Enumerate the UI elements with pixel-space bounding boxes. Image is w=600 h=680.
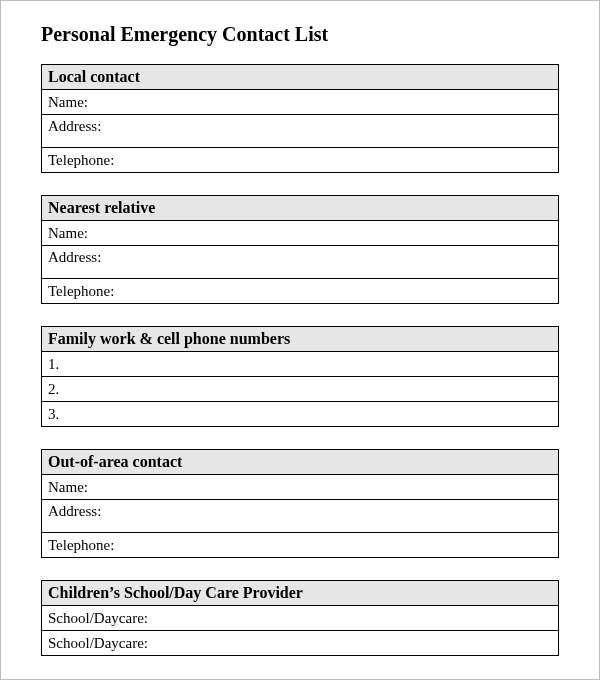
section-school-daycare: Children’s School/Day Care Provider Scho… [41, 580, 559, 656]
field-relative-address[interactable]: Address: [42, 246, 559, 279]
section-header-out-of-area: Out-of-area contact [42, 450, 559, 475]
section-nearest-relative: Nearest relative Name: Address: Telephon… [41, 195, 559, 304]
field-school-daycare-1[interactable]: School/Daycare: [42, 606, 559, 631]
field-local-telephone[interactable]: Telephone: [42, 148, 559, 173]
field-relative-name[interactable]: Name: [42, 221, 559, 246]
section-out-of-area: Out-of-area contact Name: Address: Telep… [41, 449, 559, 558]
field-relative-telephone[interactable]: Telephone: [42, 279, 559, 304]
section-header-family-phones: Family work & cell phone numbers [42, 327, 559, 352]
field-local-address[interactable]: Address: [42, 115, 559, 148]
field-family-phone-2[interactable]: 2. [42, 377, 559, 402]
section-header-school-daycare: Children’s School/Day Care Provider [42, 581, 559, 606]
field-family-phone-1[interactable]: 1. [42, 352, 559, 377]
section-header-local-contact: Local contact [42, 65, 559, 90]
section-header-nearest-relative: Nearest relative [42, 196, 559, 221]
section-family-phones: Family work & cell phone numbers 1. 2. 3… [41, 326, 559, 427]
section-local-contact: Local contact Name: Address: Telephone: [41, 64, 559, 173]
document-page: Personal Emergency Contact List Local co… [0, 0, 600, 680]
field-outofarea-address[interactable]: Address: [42, 500, 559, 533]
field-family-phone-3[interactable]: 3. [42, 402, 559, 427]
field-school-daycare-2[interactable]: School/Daycare: [42, 631, 559, 656]
field-local-name[interactable]: Name: [42, 90, 559, 115]
field-outofarea-telephone[interactable]: Telephone: [42, 533, 559, 558]
page-title: Personal Emergency Contact List [41, 23, 559, 46]
field-outofarea-name[interactable]: Name: [42, 475, 559, 500]
